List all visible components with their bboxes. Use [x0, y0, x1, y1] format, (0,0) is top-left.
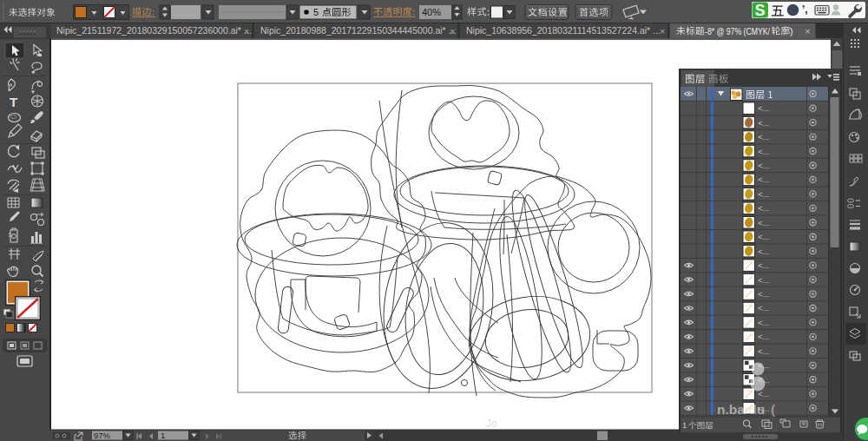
svg-text:<...: <...: [758, 318, 769, 327]
svg-text:<...: <...: [758, 174, 769, 184]
svg-text:<...: <...: [758, 118, 769, 128]
svg-text:-8* @ 97% (CMYK/: -8* @ 97% (CMYK/: [705, 26, 770, 36]
svg-text:Nipic_20180988_201712291503444: Nipic_20180988_20171229150344445000.ai* …: [260, 25, 456, 36]
svg-text:<...: <...: [758, 303, 769, 313]
svg-text:1: 1: [161, 431, 165, 440]
svg-text:Nipic_10638956_201803211145135: Nipic_10638956_20180321114513527224.ai* …: [466, 25, 661, 36]
svg-text:<...: <...: [758, 346, 769, 356]
svg-text:): ): [790, 26, 793, 36]
svg-text:(: (: [771, 402, 775, 417]
svg-text:<...: <...: [758, 132, 769, 142]
svg-text:×: ×: [450, 26, 455, 36]
svg-text:S: S: [754, 2, 765, 19]
svg-text:’,: ’,: [802, 3, 808, 16]
svg-text:<...: <...: [758, 247, 769, 256]
svg-text:<...: <...: [758, 203, 769, 213]
svg-text:<...: <...: [758, 275, 769, 285]
svg-text:1: 1: [682, 420, 687, 430]
svg-text:<...: <...: [758, 332, 769, 341]
svg-text:T: T: [10, 95, 17, 109]
svg-text:5: 5: [313, 7, 319, 17]
svg-text:97%: 97%: [94, 431, 111, 440]
svg-text:40%: 40%: [422, 7, 441, 17]
svg-text:<...: <...: [758, 218, 769, 227]
svg-text:<...: <...: [758, 260, 769, 270]
svg-text:<...: <...: [758, 161, 769, 170]
svg-text:n.baidu: n.baidu: [717, 402, 765, 417]
svg-text:×: ×: [244, 26, 249, 36]
svg-text:<...: <...: [758, 232, 769, 241]
svg-text:Jο: Jο: [486, 418, 497, 430]
svg-text:<...: <...: [758, 289, 769, 299]
svg-text:Nipic_21511972_201803291500572: Nipic_21511972_20180329150057236000.ai* …: [56, 25, 252, 36]
svg-text:<...: <...: [758, 189, 769, 199]
svg-text:<...: <...: [758, 147, 769, 156]
svg-text:×: ×: [660, 26, 665, 36]
svg-text:<...: <...: [758, 103, 769, 113]
svg-text:×: ×: [805, 26, 811, 36]
